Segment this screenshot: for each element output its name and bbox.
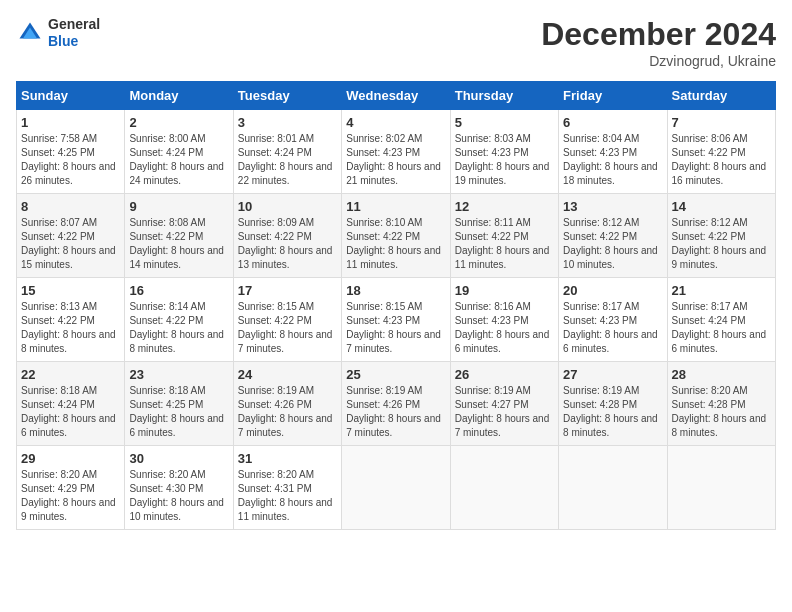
day-info: Sunrise: 8:08 AM Sunset: 4:22 PM Dayligh…: [129, 216, 228, 272]
calendar-week-row: 8 Sunrise: 8:07 AM Sunset: 4:22 PM Dayli…: [17, 194, 776, 278]
calendar-cell: 16 Sunrise: 8:14 AM Sunset: 4:22 PM Dayl…: [125, 278, 233, 362]
day-info: Sunrise: 8:01 AM Sunset: 4:24 PM Dayligh…: [238, 132, 337, 188]
calendar-cell: 7 Sunrise: 8:06 AM Sunset: 4:22 PM Dayli…: [667, 110, 775, 194]
day-number: 20: [563, 283, 662, 298]
calendar-table: SundayMondayTuesdayWednesdayThursdayFrid…: [16, 81, 776, 530]
calendar-cell: 18 Sunrise: 8:15 AM Sunset: 4:23 PM Dayl…: [342, 278, 450, 362]
day-number: 16: [129, 283, 228, 298]
calendar-cell: 13 Sunrise: 8:12 AM Sunset: 4:22 PM Dayl…: [559, 194, 667, 278]
day-number: 13: [563, 199, 662, 214]
day-info: Sunrise: 8:15 AM Sunset: 4:22 PM Dayligh…: [238, 300, 337, 356]
location: Dzvinogrud, Ukraine: [541, 53, 776, 69]
day-number: 23: [129, 367, 228, 382]
day-number: 25: [346, 367, 445, 382]
calendar-week-row: 22 Sunrise: 8:18 AM Sunset: 4:24 PM Dayl…: [17, 362, 776, 446]
day-info: Sunrise: 8:04 AM Sunset: 4:23 PM Dayligh…: [563, 132, 662, 188]
month-title: December 2024: [541, 16, 776, 53]
day-number: 15: [21, 283, 120, 298]
calendar-week-row: 1 Sunrise: 7:58 AM Sunset: 4:25 PM Dayli…: [17, 110, 776, 194]
day-info: Sunrise: 8:18 AM Sunset: 4:24 PM Dayligh…: [21, 384, 120, 440]
day-number: 28: [672, 367, 771, 382]
weekday-row: SundayMondayTuesdayWednesdayThursdayFrid…: [17, 82, 776, 110]
calendar-cell: 14 Sunrise: 8:12 AM Sunset: 4:22 PM Dayl…: [667, 194, 775, 278]
day-number: 21: [672, 283, 771, 298]
day-number: 29: [21, 451, 120, 466]
day-info: Sunrise: 8:09 AM Sunset: 4:22 PM Dayligh…: [238, 216, 337, 272]
calendar-cell: 6 Sunrise: 8:04 AM Sunset: 4:23 PM Dayli…: [559, 110, 667, 194]
day-number: 10: [238, 199, 337, 214]
title-area: December 2024 Dzvinogrud, Ukraine: [541, 16, 776, 69]
weekday-header: Thursday: [450, 82, 558, 110]
weekday-header: Sunday: [17, 82, 125, 110]
day-number: 1: [21, 115, 120, 130]
day-number: 26: [455, 367, 554, 382]
weekday-header: Tuesday: [233, 82, 341, 110]
day-info: Sunrise: 8:13 AM Sunset: 4:22 PM Dayligh…: [21, 300, 120, 356]
calendar-cell: 5 Sunrise: 8:03 AM Sunset: 4:23 PM Dayli…: [450, 110, 558, 194]
day-info: Sunrise: 8:11 AM Sunset: 4:22 PM Dayligh…: [455, 216, 554, 272]
day-info: Sunrise: 7:58 AM Sunset: 4:25 PM Dayligh…: [21, 132, 120, 188]
calendar-cell: 30 Sunrise: 8:20 AM Sunset: 4:30 PM Dayl…: [125, 446, 233, 530]
day-info: Sunrise: 8:20 AM Sunset: 4:28 PM Dayligh…: [672, 384, 771, 440]
weekday-header: Wednesday: [342, 82, 450, 110]
day-number: 7: [672, 115, 771, 130]
calendar-cell: 24 Sunrise: 8:19 AM Sunset: 4:26 PM Dayl…: [233, 362, 341, 446]
calendar-cell: 10 Sunrise: 8:09 AM Sunset: 4:22 PM Dayl…: [233, 194, 341, 278]
day-number: 30: [129, 451, 228, 466]
day-number: 24: [238, 367, 337, 382]
day-number: 14: [672, 199, 771, 214]
calendar-cell: 27 Sunrise: 8:19 AM Sunset: 4:28 PM Dayl…: [559, 362, 667, 446]
calendar-cell: [342, 446, 450, 530]
calendar-cell: 9 Sunrise: 8:08 AM Sunset: 4:22 PM Dayli…: [125, 194, 233, 278]
calendar-header: SundayMondayTuesdayWednesdayThursdayFrid…: [17, 82, 776, 110]
day-number: 2: [129, 115, 228, 130]
day-info: Sunrise: 8:10 AM Sunset: 4:22 PM Dayligh…: [346, 216, 445, 272]
calendar-cell: 4 Sunrise: 8:02 AM Sunset: 4:23 PM Dayli…: [342, 110, 450, 194]
day-info: Sunrise: 8:17 AM Sunset: 4:23 PM Dayligh…: [563, 300, 662, 356]
day-info: Sunrise: 8:18 AM Sunset: 4:25 PM Dayligh…: [129, 384, 228, 440]
calendar-cell: 25 Sunrise: 8:19 AM Sunset: 4:26 PM Dayl…: [342, 362, 450, 446]
day-info: Sunrise: 8:20 AM Sunset: 4:30 PM Dayligh…: [129, 468, 228, 524]
calendar-body: 1 Sunrise: 7:58 AM Sunset: 4:25 PM Dayli…: [17, 110, 776, 530]
day-number: 22: [21, 367, 120, 382]
day-number: 19: [455, 283, 554, 298]
day-info: Sunrise: 8:00 AM Sunset: 4:24 PM Dayligh…: [129, 132, 228, 188]
day-number: 3: [238, 115, 337, 130]
day-info: Sunrise: 8:19 AM Sunset: 4:26 PM Dayligh…: [346, 384, 445, 440]
day-number: 5: [455, 115, 554, 130]
calendar-cell: 3 Sunrise: 8:01 AM Sunset: 4:24 PM Dayli…: [233, 110, 341, 194]
day-number: 17: [238, 283, 337, 298]
day-number: 11: [346, 199, 445, 214]
day-info: Sunrise: 8:19 AM Sunset: 4:27 PM Dayligh…: [455, 384, 554, 440]
weekday-header: Friday: [559, 82, 667, 110]
calendar-cell: 12 Sunrise: 8:11 AM Sunset: 4:22 PM Dayl…: [450, 194, 558, 278]
day-info: Sunrise: 8:20 AM Sunset: 4:31 PM Dayligh…: [238, 468, 337, 524]
weekday-header: Saturday: [667, 82, 775, 110]
day-info: Sunrise: 8:16 AM Sunset: 4:23 PM Dayligh…: [455, 300, 554, 356]
day-number: 31: [238, 451, 337, 466]
calendar-cell: 22 Sunrise: 8:18 AM Sunset: 4:24 PM Dayl…: [17, 362, 125, 446]
calendar-cell: 17 Sunrise: 8:15 AM Sunset: 4:22 PM Dayl…: [233, 278, 341, 362]
day-number: 8: [21, 199, 120, 214]
calendar-cell: 15 Sunrise: 8:13 AM Sunset: 4:22 PM Dayl…: [17, 278, 125, 362]
day-info: Sunrise: 8:03 AM Sunset: 4:23 PM Dayligh…: [455, 132, 554, 188]
logo-icon: [16, 19, 44, 47]
calendar-cell: 2 Sunrise: 8:00 AM Sunset: 4:24 PM Dayli…: [125, 110, 233, 194]
calendar-cell: 8 Sunrise: 8:07 AM Sunset: 4:22 PM Dayli…: [17, 194, 125, 278]
day-info: Sunrise: 8:19 AM Sunset: 4:26 PM Dayligh…: [238, 384, 337, 440]
day-info: Sunrise: 8:12 AM Sunset: 4:22 PM Dayligh…: [672, 216, 771, 272]
day-info: Sunrise: 8:20 AM Sunset: 4:29 PM Dayligh…: [21, 468, 120, 524]
calendar-cell: [450, 446, 558, 530]
calendar-cell: 20 Sunrise: 8:17 AM Sunset: 4:23 PM Dayl…: [559, 278, 667, 362]
calendar-cell: 28 Sunrise: 8:20 AM Sunset: 4:28 PM Dayl…: [667, 362, 775, 446]
calendar-cell: 31 Sunrise: 8:20 AM Sunset: 4:31 PM Dayl…: [233, 446, 341, 530]
day-number: 18: [346, 283, 445, 298]
calendar-cell: 29 Sunrise: 8:20 AM Sunset: 4:29 PM Dayl…: [17, 446, 125, 530]
calendar-cell: 19 Sunrise: 8:16 AM Sunset: 4:23 PM Dayl…: [450, 278, 558, 362]
day-info: Sunrise: 8:12 AM Sunset: 4:22 PM Dayligh…: [563, 216, 662, 272]
calendar-week-row: 15 Sunrise: 8:13 AM Sunset: 4:22 PM Dayl…: [17, 278, 776, 362]
day-number: 9: [129, 199, 228, 214]
calendar-cell: 11 Sunrise: 8:10 AM Sunset: 4:22 PM Dayl…: [342, 194, 450, 278]
calendar-cell: [559, 446, 667, 530]
page-header: General Blue December 2024 Dzvinogrud, U…: [16, 16, 776, 69]
